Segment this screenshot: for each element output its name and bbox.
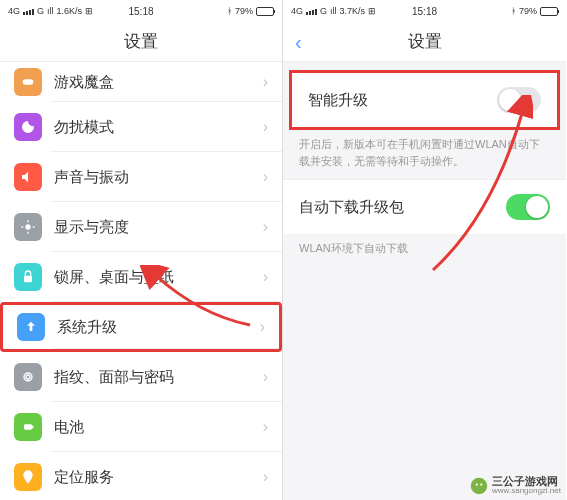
item-label: 勿扰模式 — [54, 118, 263, 137]
svg-rect-17 — [481, 478, 483, 481]
battery-pct: 79% — [519, 6, 537, 16]
upgrade-icon — [17, 313, 45, 341]
status-bar: 4G G ıll 1.6K/s ⊞ 15:18 ᚼ 79% — [0, 0, 282, 22]
item-label: 声音与振动 — [54, 168, 263, 187]
signal2-label: ıll — [47, 6, 54, 16]
item-location[interactable]: 定位服务 › — [0, 452, 282, 500]
smart-upgrade-toggle[interactable] — [497, 87, 541, 113]
item-label: 定位服务 — [54, 468, 263, 487]
watermark-url: www.sangongzi.net — [492, 487, 561, 496]
item-label: 电池 — [54, 418, 263, 437]
chevron-right-icon: › — [263, 73, 268, 91]
svg-rect-6 — [24, 276, 32, 283]
page-title: 设置 — [124, 30, 158, 53]
auto-download-row[interactable]: 自动下载升级包 — [283, 179, 566, 234]
status-bar: 4G G ıll 3.7K/s ⊞ 15:18 ᚼ 79% — [283, 0, 566, 22]
bluetooth-icon: ᚼ — [227, 6, 232, 16]
watermark-logo-icon — [470, 477, 488, 495]
network-label: 4G — [291, 6, 303, 16]
svg-rect-0 — [23, 79, 34, 84]
fingerprint-icon — [14, 363, 42, 391]
chevron-right-icon: › — [263, 168, 268, 186]
chevron-right-icon: › — [260, 318, 265, 336]
svg-rect-9 — [24, 424, 32, 429]
header: ‹ 设置 — [283, 22, 566, 62]
svg-point-8 — [26, 375, 30, 379]
svg-rect-16 — [476, 478, 478, 481]
lock-icon — [14, 263, 42, 291]
auto-download-desc: WLAN环境下自动下载 — [283, 234, 566, 267]
item-label: 游戏魔盒 — [54, 73, 263, 92]
item-dnd[interactable]: 勿扰模式 › — [0, 102, 282, 152]
speed-label: 3.7K/s — [340, 6, 366, 16]
svg-point-14 — [476, 483, 478, 485]
chevron-right-icon: › — [263, 218, 268, 236]
auto-download-label: 自动下载升级包 — [299, 198, 404, 217]
item-lockscreen[interactable]: 锁屏、桌面与壁纸 › — [0, 252, 282, 302]
item-label: 锁屏、桌面与壁纸 — [54, 268, 263, 287]
chevron-right-icon: › — [263, 268, 268, 286]
smart-upgrade-row[interactable]: 智能升级 — [292, 73, 557, 127]
smart-upgrade-highlight: 智能升级 — [289, 70, 560, 130]
back-button[interactable]: ‹ — [295, 30, 302, 53]
apps-icon: ⊞ — [368, 6, 376, 16]
smart-upgrade-label: 智能升级 — [308, 91, 368, 110]
svg-point-13 — [471, 477, 488, 494]
sun-icon — [14, 213, 42, 241]
battery-icon — [14, 413, 42, 441]
location-icon — [14, 463, 42, 491]
svg-point-15 — [480, 483, 482, 485]
chevron-right-icon: › — [263, 368, 268, 386]
battery-icon — [256, 7, 274, 16]
item-label: 指纹、面部与密码 — [54, 368, 263, 387]
time-label: 15:18 — [128, 6, 153, 17]
carrier-label: G — [37, 6, 44, 16]
svg-point-7 — [24, 373, 32, 381]
game-icon — [14, 68, 42, 96]
apps-icon: ⊞ — [85, 6, 93, 16]
settings-list: 游戏魔盒 › 勿扰模式 › 声音与振动 › 显示与亮度 › 锁屏、桌面与壁纸 — [0, 62, 282, 500]
smart-upgrade-desc: 开启后，新版本可在手机闲置时通过WLAN自动下载并安装，无需等待和手动操作。 — [283, 130, 566, 179]
moon-icon — [14, 113, 42, 141]
signal-icon — [306, 7, 317, 15]
chevron-right-icon: › — [263, 118, 268, 136]
watermark: 三公子游戏网 www.sangongzi.net — [470, 475, 561, 496]
network-label: 4G — [8, 6, 20, 16]
signal2-label: ıll — [330, 6, 337, 16]
header: 设置 — [0, 22, 282, 62]
left-phone: 4G G ıll 1.6K/s ⊞ 15:18 ᚼ 79% 设置 游戏魔盒 › — [0, 0, 283, 500]
battery-icon — [540, 7, 558, 16]
item-system-upgrade[interactable]: 系统升级 › — [0, 302, 282, 352]
item-label: 显示与亮度 — [54, 218, 263, 237]
item-sound[interactable]: 声音与振动 › — [0, 152, 282, 202]
carrier-label: G — [320, 6, 327, 16]
item-battery[interactable]: 电池 › — [0, 402, 282, 452]
item-display[interactable]: 显示与亮度 › — [0, 202, 282, 252]
speed-label: 1.6K/s — [57, 6, 83, 16]
item-biometric[interactable]: 指纹、面部与密码 › — [0, 352, 282, 402]
right-phone: 4G G ıll 3.7K/s ⊞ 15:18 ᚼ 79% ‹ 设置 智能升级 — [283, 0, 566, 500]
item-game-box[interactable]: 游戏魔盒 › — [0, 62, 282, 102]
battery-pct: 79% — [235, 6, 253, 16]
speaker-icon — [14, 163, 42, 191]
chevron-right-icon: › — [263, 468, 268, 486]
chevron-right-icon: › — [263, 418, 268, 436]
item-label: 系统升级 — [57, 318, 260, 337]
svg-point-1 — [25, 224, 30, 229]
signal-icon — [23, 7, 34, 15]
svg-rect-10 — [32, 426, 33, 429]
bluetooth-icon: ᚼ — [511, 6, 516, 16]
time-label: 15:18 — [412, 6, 437, 17]
page-title: 设置 — [408, 30, 442, 53]
auto-download-toggle[interactable] — [506, 194, 550, 220]
